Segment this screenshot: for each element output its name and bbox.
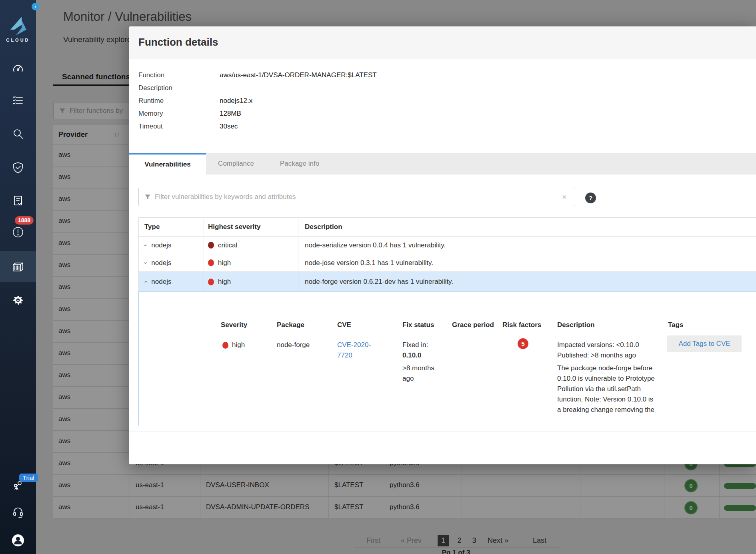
sidebar-item-account[interactable]	[0, 534, 36, 547]
tab-package-info[interactable]: Package info	[266, 153, 333, 175]
sidebar: CLOUD 1888	[0, 0, 36, 554]
tab-vulnerabilities[interactable]: Vulnerabilities	[129, 153, 206, 175]
vuln-description: node-forge version 0.6.21-dev has 1 vuln…	[305, 278, 453, 286]
expanded-row-accent	[138, 291, 139, 426]
vuln-description: node-serialize version 0.0.4 has 1 vulne…	[305, 241, 446, 249]
sidebar-item-search[interactable]	[0, 128, 36, 140]
detail-grace-period-header: Grace period	[452, 321, 494, 329]
sidebar-item-settings[interactable]	[0, 294, 36, 306]
search-icon	[12, 128, 24, 140]
detail-label: Description	[138, 84, 220, 92]
vulnerability-row[interactable]: › nodejs critical node-serialize version…	[139, 237, 756, 254]
published-age: Published: >8 months ago	[557, 350, 656, 361]
detail-label: Timeout	[138, 122, 220, 130]
detail-risk-factors-header: Risk factors	[502, 321, 541, 329]
vuln-description: node-jose version 0.3.1 has 1 vulnerabil…	[305, 259, 433, 267]
logo-text: CLOUD	[0, 38, 36, 42]
detail-label: Runtime	[138, 97, 220, 105]
vuln-type: nodejs	[151, 241, 171, 249]
cve-link[interactable]: CVE-2020-7720	[337, 340, 379, 361]
chevron-down-icon[interactable]: ›	[142, 262, 149, 264]
shield-check-icon	[12, 162, 24, 174]
detail-package-header: Package	[277, 321, 304, 329]
sidebar-item-support[interactable]	[0, 506, 36, 518]
vuln-severity: critical	[218, 241, 237, 249]
memory-value: 128MB	[220, 110, 241, 118]
modal-header: Function details	[129, 26, 756, 58]
vulnerabilities-table: Type Highest severity Description › node…	[138, 217, 756, 292]
user-avatar-icon	[11, 534, 25, 547]
sidebar-item-dashboard[interactable]	[0, 63, 36, 75]
detail-fix-status-header: Fix status	[402, 321, 434, 329]
tab-compliance[interactable]: Compliance	[206, 153, 266, 175]
impacted-versions: Impacted versions: <0.10.0	[557, 340, 656, 350]
severity-dot	[208, 242, 214, 249]
timeout-value: 30sec	[220, 122, 238, 130]
add-tags-to-cve-button[interactable]: Add Tags to CVE	[667, 335, 742, 352]
detail-label: Memory	[138, 110, 220, 118]
sidebar-item-security[interactable]	[0, 162, 36, 174]
detail-severity-value: high	[232, 340, 245, 350]
sidebar-item-alerts[interactable]	[0, 226, 36, 238]
detail-tags-header: Tags	[668, 321, 683, 329]
sidebar-item-containers[interactable]	[0, 261, 36, 273]
help-icon[interactable]: ?	[585, 193, 596, 203]
runtime-value: nodejs12.x	[220, 97, 252, 105]
function-details-list: Functionaws/us-east-1/DVSA-ORDER-MANAGER…	[138, 69, 377, 133]
vulnerability-row[interactable]: › nodejs high node-forge version 0.6.21-…	[139, 272, 756, 292]
type-column-header: Type	[139, 218, 204, 236]
filter-icon	[144, 194, 151, 200]
trial-badge: Trial	[19, 474, 38, 482]
keys-icon	[12, 480, 24, 492]
vulnerabilities-filter-placeholder: Filter vulnerabilities by keywords and a…	[155, 193, 296, 201]
fix-status-value: Fixed in: 0.10.0 >8 months ago	[402, 340, 442, 384]
vuln-severity: high	[218, 259, 231, 267]
sidebar-expand-icon[interactable]: ›	[32, 3, 39, 10]
vuln-type: nodejs	[151, 259, 171, 267]
settings-icon	[12, 294, 24, 306]
sidebar-item-credentials[interactable]	[0, 480, 36, 492]
cve-description-paragraph: The package node-forge before 0.10.0 is …	[557, 363, 656, 415]
fix-version: 0.10.0	[402, 351, 421, 359]
sidebar-item-reports[interactable]	[0, 195, 36, 207]
fix-status-label: Fixed in:	[402, 341, 428, 349]
cve-description: Impacted versions: <0.10.0 Published: >8…	[557, 340, 656, 415]
detail-cve-header: CVE	[337, 321, 351, 329]
description-column-header: Description	[298, 218, 756, 236]
severity-dot	[222, 342, 228, 349]
vulnerability-row[interactable]: › nodejs high node-jose version 0.3.1 ha…	[139, 254, 756, 272]
alert-icon	[12, 226, 24, 238]
vuln-type: nodejs	[151, 278, 171, 286]
function-value: aws/us-east-1/DVSA-ORDER-MANAGER:$LATEST	[220, 71, 377, 79]
function-details-modal: Function details Functionaws/us-east-1/D…	[129, 26, 756, 464]
chevron-down-icon[interactable]: ›	[142, 244, 149, 246]
container-icon	[12, 261, 24, 273]
aqua-cloud-logo	[10, 16, 27, 36]
modal-tab-bar: Vulnerabilities Compliance Package info	[129, 153, 756, 175]
detail-label: Function	[138, 71, 220, 79]
dashboard-icon	[12, 63, 24, 75]
checklist-icon	[12, 94, 24, 106]
alerts-count-badge: 1888	[15, 216, 34, 225]
vuln-severity: high	[218, 278, 231, 286]
vulnerabilities-filter-input[interactable]: Filter vulnerabilities by keywords and a…	[138, 188, 575, 206]
severity-dot	[208, 279, 214, 285]
risk-factors-badge[interactable]: 5	[518, 338, 528, 349]
severity-column-header: Highest severity	[204, 218, 298, 236]
clear-icon[interactable]: ×	[562, 192, 567, 202]
modal-footer-divider	[129, 432, 756, 432]
fix-age: >8 months ago	[402, 363, 439, 384]
detail-description-header: Description	[557, 321, 595, 329]
headset-icon	[12, 506, 24, 518]
sidebar-item-tasks[interactable]	[0, 94, 36, 106]
detail-package-value: node-forge	[277, 340, 310, 350]
severity-dot	[208, 259, 214, 266]
report-check-icon	[12, 195, 24, 207]
chevron-up-icon[interactable]: ›	[142, 281, 149, 283]
vulnerabilities-table-header: Type Highest severity Description	[139, 218, 756, 237]
modal-title: Function details	[138, 36, 218, 48]
detail-severity-header: Severity	[221, 321, 247, 329]
